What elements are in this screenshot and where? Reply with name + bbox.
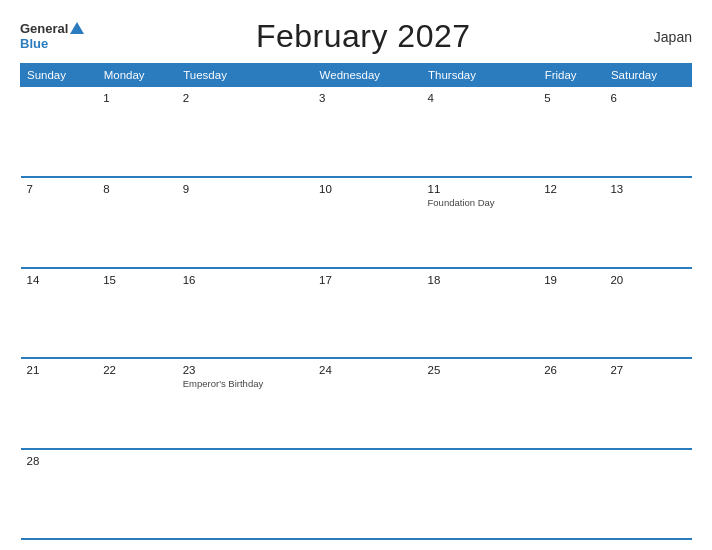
logo-triangle-icon <box>70 22 84 34</box>
day-number: 27 <box>610 364 685 376</box>
calendar-header: General Blue February 2027 Japan <box>20 18 692 55</box>
day-number: 6 <box>610 92 685 104</box>
event-label: Emperor's Birthday <box>183 378 307 389</box>
day-number: 15 <box>103 274 171 286</box>
day-number: 21 <box>27 364 92 376</box>
col-header-thursday: Thursday <box>422 64 539 87</box>
calendar-cell: 21 <box>21 358 98 449</box>
calendar-cell: 5 <box>538 87 604 178</box>
week-row: 14151617181920 <box>21 268 692 359</box>
week-row: 123456 <box>21 87 692 178</box>
calendar-cell: 3 <box>313 87 421 178</box>
calendar-title: February 2027 <box>256 18 471 55</box>
calendar-cell: 26 <box>538 358 604 449</box>
day-number: 17 <box>319 274 415 286</box>
day-number: 20 <box>610 274 685 286</box>
calendar-header-row: SundayMondayTuesdayWednesdayThursdayFrid… <box>21 64 692 87</box>
calendar-cell: 10 <box>313 177 421 268</box>
calendar-cell: 9 <box>177 177 313 268</box>
col-header-friday: Friday <box>538 64 604 87</box>
logo: General Blue <box>20 22 84 51</box>
col-header-saturday: Saturday <box>604 64 691 87</box>
calendar-cell: 12 <box>538 177 604 268</box>
calendar-cell <box>422 449 539 540</box>
day-number: 10 <box>319 183 415 195</box>
calendar-cell <box>97 449 177 540</box>
calendar-cell: 25 <box>422 358 539 449</box>
day-number: 23 <box>183 364 307 376</box>
col-header-tuesday: Tuesday <box>177 64 313 87</box>
day-number: 16 <box>183 274 307 286</box>
calendar-cell: 1 <box>97 87 177 178</box>
country-label: Japan <box>642 29 692 45</box>
calendar-page: General Blue February 2027 Japan SundayM… <box>0 0 712 550</box>
col-header-sunday: Sunday <box>21 64 98 87</box>
day-number: 12 <box>544 183 598 195</box>
day-number: 28 <box>27 455 92 467</box>
calendar-cell: 4 <box>422 87 539 178</box>
day-number: 5 <box>544 92 598 104</box>
calendar-cell: 7 <box>21 177 98 268</box>
week-row: 28 <box>21 449 692 540</box>
calendar-cell <box>21 87 98 178</box>
calendar-cell: 22 <box>97 358 177 449</box>
col-header-wednesday: Wednesday <box>313 64 421 87</box>
calendar-cell: 16 <box>177 268 313 359</box>
calendar-cell <box>177 449 313 540</box>
calendar-cell: 20 <box>604 268 691 359</box>
calendar-cell: 28 <box>21 449 98 540</box>
calendar-cell: 19 <box>538 268 604 359</box>
calendar-cell: 23Emperor's Birthday <box>177 358 313 449</box>
calendar-cell: 27 <box>604 358 691 449</box>
day-number: 18 <box>428 274 533 286</box>
day-number: 24 <box>319 364 415 376</box>
calendar-body: 1234567891011Foundation Day1213141516171… <box>21 87 692 540</box>
day-number: 8 <box>103 183 171 195</box>
day-number: 9 <box>183 183 307 195</box>
calendar-cell <box>538 449 604 540</box>
day-number: 11 <box>428 183 533 195</box>
week-row: 7891011Foundation Day1213 <box>21 177 692 268</box>
day-number: 2 <box>183 92 307 104</box>
logo-general-text: General <box>20 22 68 36</box>
calendar-cell: 24 <box>313 358 421 449</box>
day-number: 26 <box>544 364 598 376</box>
calendar-cell: 14 <box>21 268 98 359</box>
calendar-cell: 2 <box>177 87 313 178</box>
logo-blue-text: Blue <box>20 37 48 51</box>
day-number: 25 <box>428 364 533 376</box>
calendar-cell: 11Foundation Day <box>422 177 539 268</box>
calendar-cell: 8 <box>97 177 177 268</box>
col-header-monday: Monday <box>97 64 177 87</box>
day-number: 14 <box>27 274 92 286</box>
calendar-cell: 17 <box>313 268 421 359</box>
calendar-cell: 15 <box>97 268 177 359</box>
calendar-cell: 18 <box>422 268 539 359</box>
day-number: 4 <box>428 92 533 104</box>
calendar-cell: 6 <box>604 87 691 178</box>
event-label: Foundation Day <box>428 197 533 208</box>
calendar-cell <box>313 449 421 540</box>
day-number: 19 <box>544 274 598 286</box>
day-number: 3 <box>319 92 415 104</box>
week-row: 212223Emperor's Birthday24252627 <box>21 358 692 449</box>
calendar-cell: 13 <box>604 177 691 268</box>
calendar-cell <box>604 449 691 540</box>
day-number: 13 <box>610 183 685 195</box>
day-number: 22 <box>103 364 171 376</box>
day-number: 1 <box>103 92 171 104</box>
calendar-table: SundayMondayTuesdayWednesdayThursdayFrid… <box>20 63 692 540</box>
day-number: 7 <box>27 183 92 195</box>
